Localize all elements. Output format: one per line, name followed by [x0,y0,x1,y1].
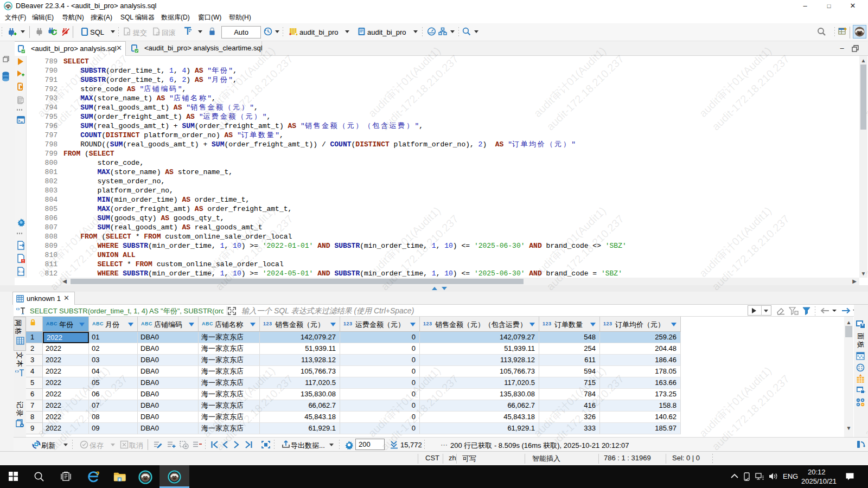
svg-text:(x): (x) [20,271,24,273]
